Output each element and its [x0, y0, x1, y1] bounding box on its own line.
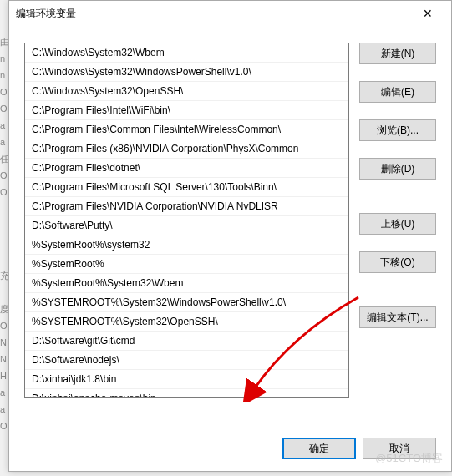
browse-button[interactable]: 浏览(B)... — [359, 119, 436, 141]
list-item[interactable]: %SystemRoot%\system32 — [25, 235, 348, 255]
side-buttons: 新建(N) 编辑(E) 浏览(B)... 删除(D) 上移(U) 下移(O) 编… — [359, 43, 436, 398]
list-item[interactable]: C:\Program Files\NVIDIA Corporation\NVID… — [25, 197, 348, 216]
list-item[interactable]: D:\Software\nodejs\ — [25, 351, 348, 370]
dialog-content: C:\Windows\System32\Wbem C:\Windows\Syst… — [9, 26, 451, 406]
cancel-button[interactable]: 取消 — [363, 438, 436, 459]
list-item[interactable]: C:\Program Files\Common Files\Intel\Wire… — [25, 120, 348, 139]
close-icon: ✕ — [423, 7, 433, 20]
dialog-title: 编辑环境变量 — [16, 7, 411, 21]
list-item[interactable]: %SYSTEMROOT%\System32\OpenSSH\ — [25, 312, 348, 332]
list-item[interactable]: C:\Windows\System32\WindowsPowerShell\v1… — [25, 63, 348, 82]
close-button[interactable]: ✕ — [411, 2, 444, 25]
move-down-button[interactable]: 下移(O) — [359, 251, 436, 273]
edit-text-button[interactable]: 编辑文本(T)... — [359, 306, 436, 328]
background-cropped-text: 由nnOOaa任OO充度ONNHaaO — [0, 0, 8, 476]
list-item[interactable]: D:\xinhai\jdk1.8\bin — [25, 370, 348, 389]
list-item[interactable]: C:\Program Files\Microsoft SQL Server\13… — [25, 178, 348, 197]
list-item[interactable]: C:\Program Files\dotnet\ — [25, 159, 348, 178]
titlebar: 编辑环境变量 ✕ — [9, 1, 451, 26]
list-item[interactable]: C:\Program Files (x86)\NVIDIA Corporatio… — [25, 139, 348, 159]
list-item[interactable]: %SYSTEMROOT%\System32\WindowsPowerShell\… — [25, 293, 348, 312]
list-item[interactable]: D:\Software\Putty\ — [25, 216, 348, 235]
list-item[interactable]: D:\xinhai\apache-maven\bin — [25, 389, 348, 398]
path-listbox[interactable]: C:\Windows\System32\Wbem C:\Windows\Syst… — [24, 43, 349, 398]
delete-button[interactable]: 删除(D) — [359, 158, 436, 180]
ok-button[interactable]: 确定 — [282, 438, 356, 459]
list-item[interactable]: C:\Program Files\Intel\WiFi\bin\ — [25, 101, 348, 120]
list-item[interactable]: C:\Windows\System32\Wbem — [25, 43, 348, 63]
list-item[interactable]: %SystemRoot% — [25, 255, 348, 274]
list-item[interactable]: %SystemRoot%\System32\Wbem — [25, 274, 348, 293]
edit-button[interactable]: 编辑(E) — [359, 81, 436, 103]
new-button[interactable]: 新建(N) — [359, 43, 436, 64]
list-container: C:\Windows\System32\Wbem C:\Windows\Syst… — [24, 43, 349, 398]
dialog-footer: 确定 取消 — [282, 438, 436, 459]
edit-env-dialog: 编辑环境变量 ✕ C:\Windows\System32\Wbem C:\Win… — [8, 0, 452, 472]
list-item[interactable]: C:\Windows\System32\OpenSSH\ — [25, 82, 348, 101]
move-up-button[interactable]: 上移(U) — [359, 213, 436, 235]
list-item[interactable]: D:\Software\git\Git\cmd — [25, 332, 348, 351]
